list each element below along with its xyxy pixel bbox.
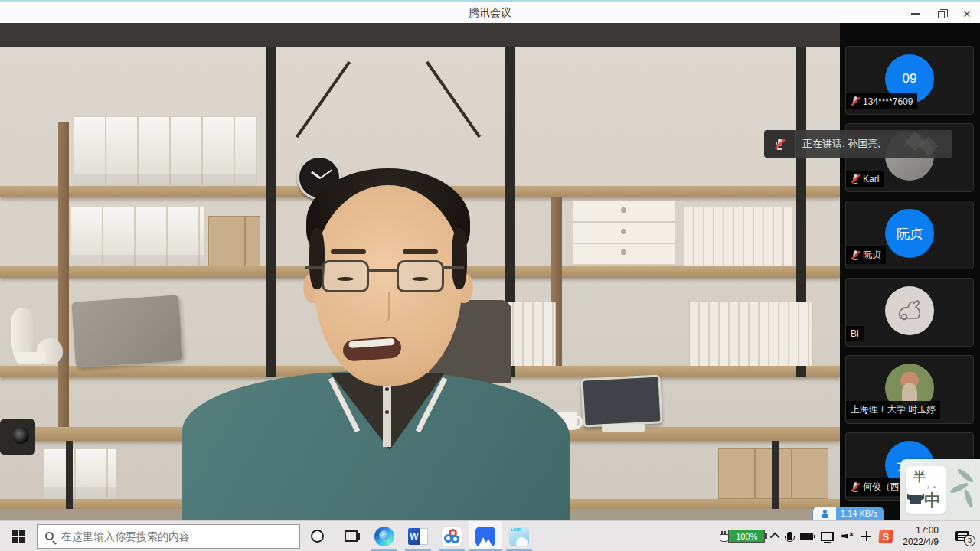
restore-button[interactable] [928,3,954,24]
action-center-button[interactable]: 3 [945,521,980,551]
tencent-meeting-icon [475,527,495,546]
edge-icon [374,527,394,546]
live-app-icon: LIVE [509,527,529,546]
mic-muted-icon [851,250,859,260]
taskbar-search[interactable] [37,524,300,549]
ime-skin-shirt-icon [910,495,921,504]
live-app-taskbar-button[interactable]: LIVE [502,521,536,551]
battery-tray-button[interactable] [796,521,817,551]
drawer-handle [621,207,626,213]
wood-post [58,122,69,427]
cortana-icon [311,530,324,543]
tray-overflow-button[interactable] [769,521,783,551]
kraft-box [208,216,260,266]
battery-100-icon: 100% [728,530,765,543]
task-view-icon [345,530,358,542]
person-hair-side [452,228,467,289]
volume-tray-button[interactable] [838,521,858,551]
main-video-tile[interactable]: 孙国亮 [0,23,840,520]
desk-leg [772,441,779,509]
window-title: 腾讯会议 [0,2,980,23]
participant-nametag: 134****7609 [846,93,917,109]
start-button[interactable] [0,521,37,551]
cortana-button[interactable] [300,521,334,551]
drawer-stack [573,201,675,266]
avatar: 阮贞 [885,209,934,258]
edge-taskbar-button[interactable] [368,521,401,551]
ime-card[interactable]: 半 ，。 中 [906,466,946,514]
participant-nametag: 阮贞 [846,246,886,264]
drawer-handle [621,249,626,255]
word-taskbar-button[interactable]: W [401,521,435,551]
windows-taskbar: W LIVE 100% S [0,520,980,551]
ime-status-panel[interactable]: 半 ，。 中 [900,459,980,520]
rings-app-taskbar-button[interactable] [435,521,469,551]
glasses-left-lens [322,260,369,292]
app-window: 腾讯会议 ✕ [0,0,980,551]
participant-tile[interactable]: 阮贞 阮贞 [845,201,974,269]
clock-date-button[interactable]: 17:00 2022/4/9 [897,525,945,548]
participant-tile[interactable]: 上海理工大学 时玉婷 [845,355,974,424]
system-tray: 100% S 17:00 2022/4/9 3 [715,521,980,551]
storage-boxes [43,448,116,499]
tencent-meeting-taskbar-button[interactable] [469,521,502,551]
participant-tile[interactable]: Bi [845,278,974,347]
ime-chinese-mode-indicator: 中 [924,489,941,512]
storage-boxes [74,116,257,186]
tray-date: 2022/4/9 [903,536,939,548]
windows-logo-icon [12,530,25,543]
books-row [689,302,813,366]
network-tray-button[interactable] [817,521,838,551]
close-button[interactable]: ✕ [954,3,980,24]
glasses-right-lens [397,260,444,292]
close-icon: ✕ [963,8,972,20]
tablet [580,374,662,427]
person-eyebrow [403,249,438,254]
desk-leg [66,441,73,509]
laptop [71,295,183,368]
mic-muted-icon [851,96,859,106]
sogou-icon: S [879,530,893,543]
word-icon: W [408,527,428,546]
power-battery-widget[interactable]: 100% [715,521,769,551]
minimize-button[interactable] [902,3,928,24]
participant-nametag: Bi [846,326,864,341]
participant-name: Bi [851,328,859,339]
person-eyebrow [331,249,366,254]
participant-nametag: 上海理工大学 时玉婷 [846,401,940,419]
participant-name: 何俊（西 [863,481,900,494]
network-speed-text: 1.14 KB/s [836,507,884,520]
participants-sidebar: 09 134****7609 Karl 阮贞 阮贞 [840,23,980,520]
camera [0,419,35,455]
search-icon [45,532,54,540]
participant-name: 134****7609 [863,96,913,107]
search-input[interactable] [61,530,268,543]
mic-muted-icon [851,174,859,184]
microphone-icon [787,532,792,540]
participant-name: Karl [863,174,879,184]
person-nose [381,292,390,323]
tool-tray-button[interactable] [858,521,875,551]
toast-mic-box [764,130,795,158]
bamboo-leaf-decoration [956,467,975,484]
person-mouth [342,336,402,361]
storage-boxes [70,207,205,266]
microphone-tray-button[interactable] [783,521,796,551]
minimize-icon [911,13,920,15]
task-view-button[interactable] [334,521,368,551]
glasses-arm [444,266,464,269]
person-shirt-placket [383,377,391,447]
rabbit-avatar [885,286,934,335]
participant-tile[interactable]: 09 134****7609 [845,46,974,115]
tri-rings-app-icon [442,527,462,546]
participant-name: 上海理工大学 时玉婷 [851,403,936,416]
mic-muted-icon [775,139,784,150]
person-eye [412,277,429,281]
sogou-ime-tray-button[interactable]: S [875,521,897,551]
notification-count-badge: 3 [964,535,975,546]
person-icon [822,511,828,517]
network-speed-widget[interactable]: 1.14 KB/s [813,507,884,520]
network-monitor-icon [821,532,834,541]
bamboo-leaf-decoration [962,488,974,509]
participant-nametag: 何俊（西 [846,478,904,496]
